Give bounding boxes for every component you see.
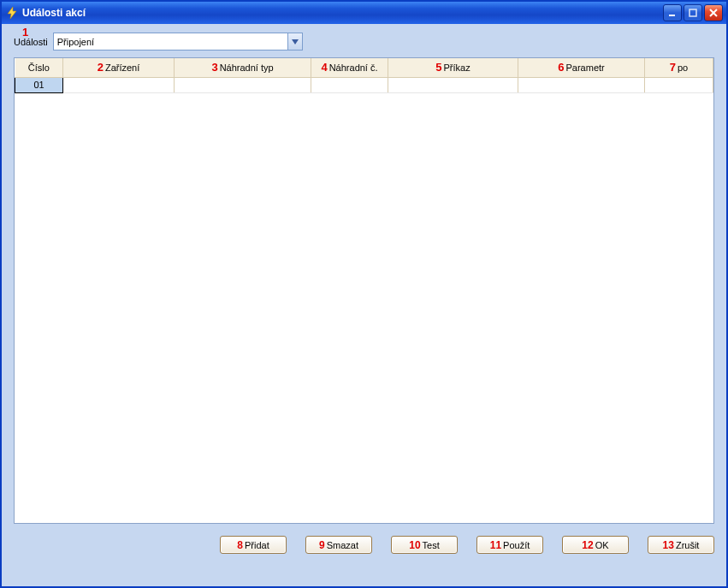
cell-device[interactable] [63, 77, 175, 92]
cell-replacement-number[interactable] [311, 77, 388, 92]
column-header-parameter[interactable]: 6 Parametr [518, 58, 645, 77]
events-selector-area: 1 Události Připojení [2, 24, 726, 57]
test-button[interactable]: 10 Test [391, 536, 458, 554]
apply-button[interactable]: 11 Použít [476, 536, 543, 554]
maximize-button[interactable] [684, 4, 702, 21]
column-header-number[interactable]: Číslo [15, 58, 63, 77]
annotation-1: 1 [22, 26, 28, 39]
window-title: Události akcí [22, 7, 663, 19]
cell-po[interactable] [645, 77, 713, 92]
window: Události akcí 1 Události Připojení [0, 0, 728, 588]
window-controls [663, 4, 723, 21]
ok-button[interactable]: 12 OK [562, 536, 629, 554]
table-row[interactable]: 01 [15, 77, 713, 92]
cell-command[interactable] [388, 77, 518, 92]
svg-rect-1 [690, 9, 696, 16]
column-header-replacement-number[interactable]: 4 Náhradní č. [311, 58, 388, 77]
titlebar: Události akcí [2, 2, 726, 24]
cell-parameter[interactable] [518, 77, 645, 92]
svg-rect-0 [669, 15, 675, 16]
close-button[interactable] [704, 4, 723, 21]
column-header-po[interactable]: 7 po [645, 58, 713, 77]
button-bar: 8 Přidat 9 Smazat 10 Test 11 Použít 12 O… [2, 524, 726, 562]
cancel-button[interactable]: 13 Zrušit [648, 536, 714, 554]
minimize-button[interactable] [663, 4, 682, 21]
cell-replacement-type[interactable] [175, 77, 311, 92]
chevron-down-icon [287, 33, 302, 50]
column-header-replacement-type[interactable]: 3 Náhradní typ [175, 58, 311, 77]
cell-number[interactable]: 01 [15, 77, 63, 92]
events-dropdown-value: Připojení [57, 37, 287, 47]
add-button[interactable]: 8 Přidat [220, 536, 287, 554]
events-dropdown[interactable]: Připojení [53, 33, 303, 50]
events-table: Číslo 2 Zařízení 3 Náhradní typ [15, 58, 713, 93]
column-header-command[interactable]: 5 Příkaz [388, 58, 518, 77]
events-grid: Číslo 2 Zařízení 3 Náhradní typ [14, 57, 714, 524]
column-header-device[interactable]: 2 Zařízení [63, 58, 175, 77]
lightning-icon [5, 6, 19, 20]
delete-button[interactable]: 9 Smazat [305, 536, 372, 554]
events-label: Události [14, 37, 48, 47]
